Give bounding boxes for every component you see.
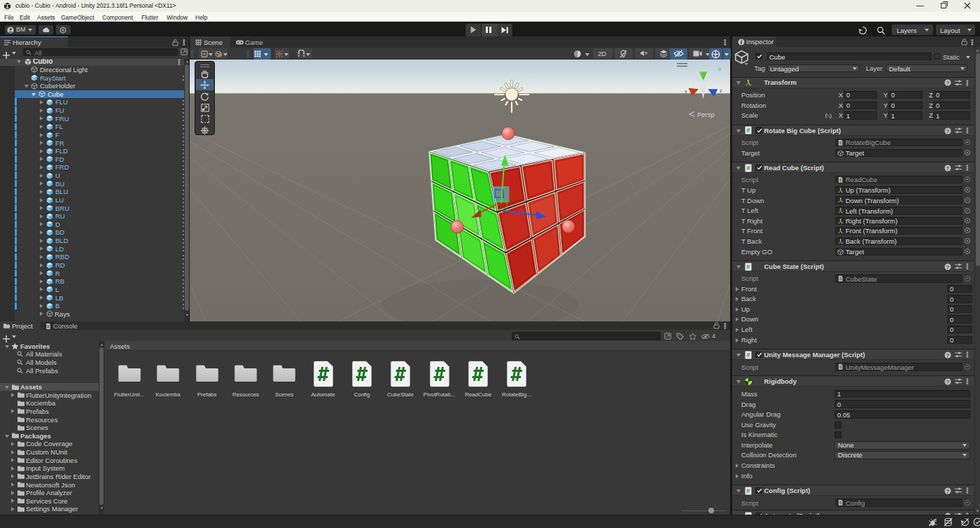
svg-text:z: z: [720, 88, 722, 94]
svg-text:?: ?: [946, 128, 949, 133]
svg-text:?: ?: [946, 166, 949, 171]
svg-text:?: ?: [946, 488, 949, 493]
svg-text:Persp: Persp: [697, 111, 715, 118]
svg-text:?: ?: [946, 379, 949, 384]
svg-text:x: x: [685, 88, 687, 95]
svg-text:?: ?: [946, 81, 949, 85]
svg-text:?: ?: [946, 352, 949, 357]
svg-text:?: ?: [946, 264, 949, 269]
